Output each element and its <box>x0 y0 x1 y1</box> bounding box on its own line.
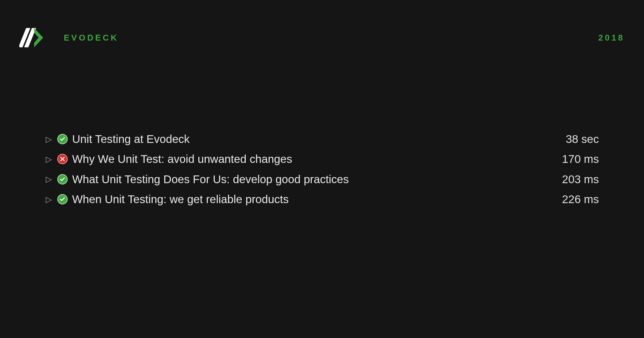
status-pass-icon <box>57 194 68 204</box>
test-duration: 226 ms <box>562 191 599 208</box>
test-row[interactable]: ▷Why We Unit Test: avoid unwanted change… <box>45 150 599 168</box>
brand-title: EVODECK <box>64 33 119 43</box>
expand-caret-icon[interactable]: ▷ <box>45 153 52 165</box>
test-title: Unit Testing at Evodeck <box>72 130 190 148</box>
header: EVODECK 2018 <box>19 27 625 48</box>
test-title: Why We Unit Test: avoid unwanted changes <box>72 150 292 168</box>
test-row[interactable]: ▷What Unit Testing Does For Us: develop … <box>45 171 599 188</box>
expand-caret-icon[interactable]: ▷ <box>45 173 52 185</box>
test-row[interactable]: ▷When Unit Testing: we get reliable prod… <box>45 191 599 208</box>
test-title: What Unit Testing Does For Us: develop g… <box>72 171 349 188</box>
evodeck-logo-icon <box>19 27 44 48</box>
header-year: 2018 <box>598 33 625 43</box>
expand-caret-icon[interactable]: ▷ <box>45 193 52 206</box>
test-row[interactable]: ▷Unit Testing at Evodeck38 sec <box>45 130 599 148</box>
test-title: When Unit Testing: we get reliable produ… <box>72 191 289 208</box>
test-duration: 170 ms <box>562 150 599 168</box>
header-left: EVODECK <box>19 27 119 48</box>
status-pass-icon <box>57 134 68 144</box>
expand-caret-icon[interactable]: ▷ <box>45 133 52 146</box>
test-results-list: ▷Unit Testing at Evodeck38 sec▷Why We Un… <box>45 130 599 211</box>
slide: EVODECK 2018 ▷Unit Testing at Evodeck38 … <box>0 0 644 338</box>
test-duration: 38 sec <box>566 130 599 148</box>
test-duration: 203 ms <box>562 171 599 188</box>
status-pass-icon <box>57 174 68 184</box>
status-fail-icon <box>57 154 68 164</box>
